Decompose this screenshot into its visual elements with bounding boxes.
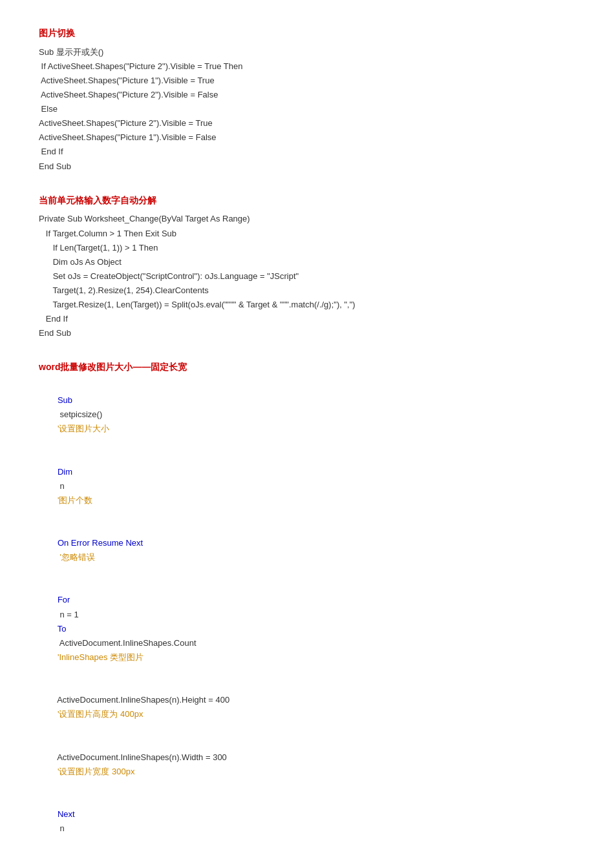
code-line: Dim oJs As Object (39, 255, 575, 269)
code-line: ActiveSheet.Shapes("Picture 1").Visible … (39, 74, 575, 88)
keyword: On Error Resume Next (58, 538, 143, 548)
code-text: n (58, 823, 65, 833)
code-text: n = 1 (58, 610, 81, 619)
code-line: Private Sub Worksheet_Change(ByVal Targe… (39, 212, 575, 226)
code-line: If Len(Target(1, 1)) > 1 Then (39, 241, 575, 255)
code-block-2: Private Sub Worksheet_Change(ByVal Targe… (39, 212, 575, 340)
keyword: To (58, 624, 67, 634)
section-picture-switch: 图片切换 Sub 显示开或关() If ActiveSheet.Shapes("… (39, 26, 575, 174)
code-line: ActiveDocument.InlineShapes(n).Width = 3… (39, 736, 575, 792)
code-line: Sub setpicsize() '设置图片大小 (39, 379, 575, 450)
code-line: Target.Resize(1, Len(Target)) = Split(oJ… (39, 298, 575, 312)
keyword: For (58, 595, 70, 604)
code-line: Dim n '图片个数 (39, 451, 575, 522)
section-title-1: 图片切换 (39, 26, 575, 41)
comment: '设置图片宽度 300px (58, 767, 135, 776)
code-text: ActiveDocument.InlineShapes(n).Height = … (57, 695, 232, 705)
section-word-pic-fixed: word批量修改图片大小——固定长宽 Sub setpicsize() '设置图… (39, 360, 575, 868)
comment: 'InlineShapes 类型图片 (58, 652, 143, 662)
code-line: End If (39, 145, 575, 159)
code-line: If Target.Column > 1 Then Exit Sub (39, 227, 575, 241)
keyword: Sub (58, 395, 72, 405)
code-text: ActiveDocument.InlineShapes.Count (58, 638, 198, 648)
code-line: End If (39, 312, 575, 326)
code-line: End Sub (39, 160, 575, 174)
code-line: For n = 1 To ActiveDocument.Shapes.Count… (39, 850, 575, 868)
code-text: ActiveDocument.InlineShapes(n).Width = 3… (57, 752, 229, 762)
code-block-3: Sub setpicsize() '设置图片大小 Dim n '图片个数 On … (39, 379, 575, 868)
comment: '设置图片高度为 400px (58, 709, 143, 719)
comment: '图片个数 (58, 495, 92, 505)
code-line: On Error Resume Next '忽略错误 (39, 522, 575, 579)
section-title-2: 当前单元格输入数字自动分解 (39, 193, 575, 209)
comment: '设置图片大小 (58, 424, 109, 433)
code-line: ActiveSheet.Shapes("Picture 1").Visible … (39, 130, 575, 145)
comment: '忽略错误 (58, 552, 95, 562)
code-line: ActiveDocument.InlineShapes(n).Height = … (39, 679, 575, 736)
keyword: Dim (58, 467, 72, 477)
code-line: ActiveSheet.Shapes("Picture 2").Visible … (39, 88, 575, 102)
code-text: setpicsize() (58, 409, 105, 419)
code-line: End Sub (39, 326, 575, 340)
code-text: n (58, 481, 65, 491)
code-line: Target(1, 2).Resize(1, 254).ClearContent… (39, 284, 575, 298)
code-line: Set oJs = CreateObject("ScriptControl"):… (39, 269, 575, 284)
code-line: Next n (39, 793, 575, 850)
code-block-1: Sub 显示开或关() If ActiveSheet.Shapes("Pictu… (39, 45, 575, 174)
section-cell-split: 当前单元格输入数字自动分解 Private Sub Worksheet_Chan… (39, 193, 575, 341)
code-line: For n = 1 To ActiveDocument.InlineShapes… (39, 579, 575, 679)
code-line: Else (39, 102, 575, 116)
code-line: If ActiveSheet.Shapes("Picture 2").Visib… (39, 59, 575, 74)
code-line: Sub 显示开或关() (39, 45, 575, 59)
code-line: ActiveSheet.Shapes("Picture 2").Visible … (39, 116, 575, 130)
section-title-3: word批量修改图片大小——固定长宽 (39, 360, 575, 375)
keyword: Next (58, 809, 75, 819)
